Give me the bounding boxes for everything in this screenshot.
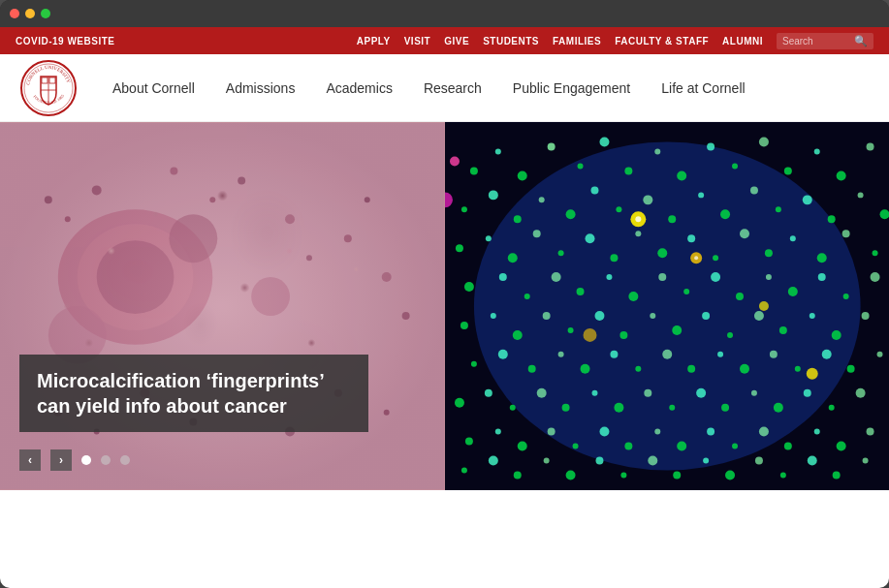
give-link[interactable]: GIVE bbox=[444, 36, 469, 46]
svg-point-165 bbox=[813, 429, 819, 435]
svg-point-191 bbox=[635, 216, 641, 222]
nav-academics[interactable]: Academics bbox=[310, 54, 407, 122]
carousel-next-button[interactable]: › bbox=[50, 449, 72, 471]
svg-point-125 bbox=[610, 351, 618, 358]
alumni-link[interactable]: ALUMNI bbox=[722, 36, 763, 46]
svg-point-50 bbox=[783, 167, 791, 174]
svg-point-164 bbox=[783, 443, 791, 450]
svg-point-148 bbox=[773, 403, 782, 413]
svg-point-159 bbox=[654, 429, 660, 435]
svg-point-100 bbox=[787, 287, 797, 296]
svg-point-15 bbox=[45, 196, 52, 203]
svg-point-143 bbox=[644, 389, 651, 397]
svg-point-111 bbox=[650, 313, 655, 319]
nav-research[interactable]: Research bbox=[408, 54, 497, 122]
svg-point-93 bbox=[606, 274, 612, 280]
search-box[interactable]: 🔍 bbox=[777, 33, 873, 49]
svg-point-104 bbox=[460, 322, 467, 329]
faculty-staff-link[interactable]: FACULTY & STAFF bbox=[615, 36, 709, 46]
svg-point-181 bbox=[807, 455, 816, 465]
carousel-dot-3[interactable] bbox=[120, 455, 130, 465]
svg-point-89 bbox=[498, 273, 506, 281]
search-input[interactable] bbox=[782, 36, 850, 46]
minimize-button[interactable] bbox=[25, 9, 35, 18]
svg-point-105 bbox=[490, 313, 495, 319]
svg-point-77 bbox=[610, 254, 618, 262]
svg-point-123 bbox=[557, 352, 563, 357]
svg-point-138 bbox=[509, 405, 515, 411]
svg-point-25 bbox=[382, 272, 392, 282]
svg-point-107 bbox=[542, 312, 550, 320]
svg-point-72 bbox=[485, 235, 491, 241]
svg-point-121 bbox=[497, 350, 507, 359]
svg-point-41 bbox=[547, 143, 555, 151]
apply-link[interactable]: APPLY bbox=[357, 36, 391, 46]
svg-point-40 bbox=[517, 170, 526, 180]
svg-point-109 bbox=[594, 311, 604, 321]
svg-point-149 bbox=[803, 389, 810, 397]
svg-point-66 bbox=[775, 206, 780, 212]
students-link[interactable]: STUDENTS bbox=[483, 36, 539, 46]
svg-point-115 bbox=[753, 311, 763, 321]
maximize-button[interactable] bbox=[41, 9, 50, 18]
hero-image-right bbox=[445, 122, 890, 490]
svg-point-173 bbox=[595, 456, 603, 464]
svg-point-133 bbox=[821, 350, 831, 359]
svg-point-88 bbox=[463, 282, 473, 292]
cornell-seal: CORNELL UNIVERSITY FOUNDED A.D. 1865 bbox=[19, 59, 78, 117]
svg-point-96 bbox=[683, 289, 689, 294]
svg-point-10 bbox=[78, 224, 194, 330]
svg-point-68 bbox=[827, 215, 835, 223]
close-button[interactable] bbox=[10, 9, 19, 18]
svg-point-135 bbox=[876, 352, 882, 357]
svg-point-80 bbox=[687, 234, 695, 242]
hero-caption: Microcalcification ‘fingerprints’ can yi… bbox=[19, 355, 368, 432]
svg-point-26 bbox=[402, 312, 410, 320]
nav-life-at-cornell[interactable]: Life at Cornell bbox=[646, 54, 760, 122]
svg-point-62 bbox=[668, 215, 676, 223]
svg-point-110 bbox=[619, 331, 627, 339]
covid-link[interactable]: COVID-19 WEBSITE bbox=[16, 36, 114, 46]
svg-point-34 bbox=[384, 410, 390, 416]
svg-point-151 bbox=[855, 388, 865, 398]
svg-point-55 bbox=[488, 190, 497, 200]
svg-point-19 bbox=[209, 197, 215, 202]
carousel-dot-2[interactable] bbox=[101, 455, 111, 465]
svg-point-178 bbox=[725, 470, 735, 480]
nav-about-cornell[interactable]: About Cornell bbox=[97, 54, 210, 122]
svg-point-180 bbox=[779, 472, 785, 478]
svg-point-120 bbox=[470, 361, 476, 367]
svg-point-163 bbox=[758, 427, 768, 437]
svg-point-145 bbox=[696, 388, 706, 398]
svg-point-189 bbox=[449, 157, 459, 167]
svg-point-169 bbox=[488, 455, 497, 465]
svg-point-21 bbox=[285, 214, 295, 224]
svg-point-65 bbox=[749, 186, 757, 194]
svg-rect-35 bbox=[0, 123, 445, 490]
svg-point-85 bbox=[816, 253, 826, 263]
svg-point-75 bbox=[557, 250, 563, 256]
svg-point-42 bbox=[577, 163, 583, 169]
nav-admissions[interactable]: Admissions bbox=[210, 54, 311, 122]
svg-point-16 bbox=[65, 216, 71, 222]
svg-point-139 bbox=[536, 388, 546, 398]
svg-point-37 bbox=[473, 142, 860, 471]
svg-point-87 bbox=[872, 250, 877, 256]
utility-bar-left: COVID-19 WEBSITE bbox=[16, 36, 114, 46]
carousel-dot-1[interactable] bbox=[81, 455, 91, 465]
families-link[interactable]: FAMILIES bbox=[553, 36, 601, 46]
svg-point-92 bbox=[576, 288, 584, 295]
svg-point-61 bbox=[643, 195, 652, 204]
svg-point-73 bbox=[507, 253, 517, 263]
nav-public-engagement[interactable]: Public Engagement bbox=[497, 54, 646, 122]
carousel-prev-button[interactable]: ‹ bbox=[19, 449, 41, 471]
svg-point-57 bbox=[538, 197, 544, 202]
browser-frame: COVID-19 WEBSITE APPLY VISIT GIVE STUDEN… bbox=[0, 0, 889, 588]
svg-point-94 bbox=[628, 292, 638, 301]
svg-point-167 bbox=[866, 428, 873, 436]
search-icon[interactable]: 🔍 bbox=[854, 35, 868, 47]
svg-point-67 bbox=[802, 195, 811, 204]
visit-link[interactable]: VISIT bbox=[404, 36, 431, 46]
svg-point-175 bbox=[648, 455, 657, 465]
svg-point-136 bbox=[454, 398, 463, 408]
